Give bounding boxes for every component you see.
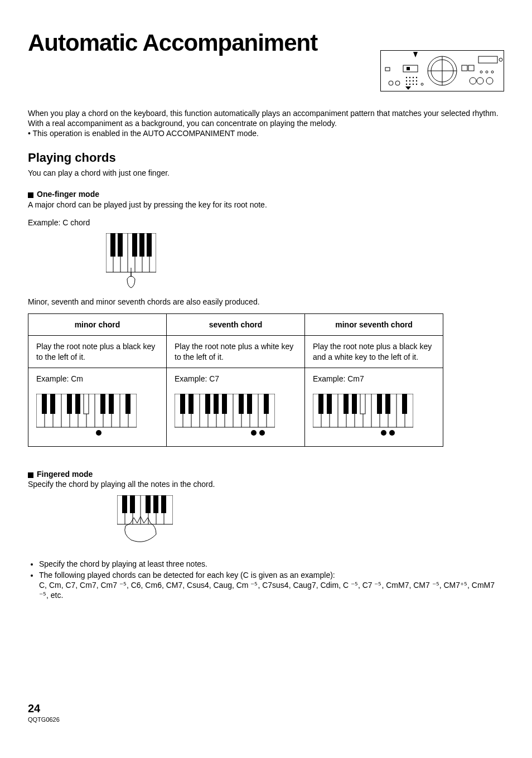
svg-rect-83 — [188, 394, 194, 414]
svg-point-21 — [409, 77, 410, 78]
svg-rect-125 — [161, 495, 166, 513]
example-label-c-chord: Example: C chord — [28, 218, 504, 228]
td-seventh-example: Example: C7 — [167, 368, 305, 446]
intro-paragraph: When you play a chord on the keyboard, t… — [28, 108, 504, 139]
svg-rect-66 — [109, 394, 114, 414]
svg-point-90 — [251, 430, 257, 436]
svg-point-28 — [406, 84, 407, 85]
svg-point-91 — [259, 430, 265, 436]
svg-rect-62 — [67, 394, 72, 414]
svg-point-29 — [409, 84, 410, 85]
svg-point-25 — [409, 80, 410, 81]
svg-rect-7 — [407, 67, 410, 70]
td-minor-desc: Play the root note plus a black key to t… — [28, 336, 167, 368]
svg-rect-111 — [402, 394, 407, 414]
svg-rect-110 — [385, 394, 390, 414]
td-seventh-desc: Play the root note plus a white key to t… — [167, 336, 305, 368]
svg-rect-122 — [130, 495, 135, 513]
svg-rect-67 — [125, 394, 130, 414]
svg-point-113 — [389, 430, 395, 436]
svg-rect-60 — [42, 394, 47, 414]
svg-rect-108 — [360, 394, 365, 414]
svg-rect-121 — [122, 495, 127, 513]
svg-rect-61 — [50, 394, 55, 414]
td-minor-seventh-example: Example: Cm7 — [305, 368, 443, 446]
svg-rect-105 — [327, 394, 332, 414]
svg-point-24 — [406, 80, 407, 81]
svg-rect-123 — [146, 495, 151, 513]
svg-rect-109 — [377, 394, 382, 414]
svg-rect-124 — [153, 495, 158, 513]
svg-rect-82 — [180, 394, 185, 414]
fingered-notes-list: Specify the chord by playing at least th… — [39, 559, 504, 601]
one-finger-mode-desc: A major chord can be played just by pres… — [28, 200, 284, 210]
page-footer: 24 QQTG0626 — [28, 701, 504, 723]
svg-point-20 — [406, 77, 407, 78]
th-seventh: seventh chord — [167, 314, 305, 336]
one-finger-mode-heading: One-finger mode — [28, 189, 504, 199]
svg-point-23 — [416, 77, 417, 78]
svg-rect-44 — [132, 233, 137, 257]
svg-rect-43 — [118, 233, 123, 257]
svg-point-69 — [96, 430, 101, 436]
document-id: QQTG0626 — [28, 716, 504, 723]
keyboard-diagram-fingered — [117, 495, 504, 548]
keyboard-diagram-c-chord — [106, 233, 504, 291]
svg-point-26 — [413, 80, 414, 81]
one-finger-tail: Minor, seventh and minor seventh chords … — [28, 297, 504, 307]
section-heading-playing-chords: Playing chords — [28, 150, 504, 166]
svg-rect-86 — [222, 394, 227, 414]
svg-rect-106 — [344, 394, 349, 414]
td-minor-example: Example: Cm — [28, 368, 167, 446]
page-number: 24 — [28, 702, 40, 714]
svg-rect-84 — [205, 394, 210, 414]
th-minor: minor chord — [28, 314, 167, 336]
svg-rect-45 — [139, 233, 144, 257]
svg-rect-85 — [214, 394, 219, 414]
svg-rect-42 — [110, 233, 115, 257]
fingered-mode-heading: Fingered mode — [28, 469, 504, 479]
svg-rect-107 — [352, 394, 357, 414]
td-minor-seventh-desc: Play the root note plus a black key and … — [305, 336, 443, 368]
svg-point-112 — [381, 430, 386, 436]
svg-point-30 — [413, 84, 414, 85]
list-item: The following played chords can be detec… — [39, 570, 504, 601]
svg-point-27 — [416, 80, 417, 81]
svg-point-22 — [413, 77, 414, 78]
svg-rect-89 — [264, 394, 269, 414]
square-bullet-icon — [28, 192, 33, 198]
svg-rect-68 — [84, 394, 89, 414]
svg-rect-104 — [318, 394, 323, 414]
svg-rect-46 — [147, 233, 152, 257]
svg-rect-65 — [100, 394, 105, 414]
svg-rect-87 — [239, 394, 244, 414]
chord-table: minor chord seventh chord minor seventh … — [28, 313, 443, 447]
page-title: Automatic Accompaniment — [28, 28, 317, 59]
list-item: Specify the chord by playing at least th… — [39, 559, 504, 569]
svg-rect-63 — [75, 394, 80, 414]
th-minor-seventh: minor seventh chord — [305, 314, 443, 336]
square-bullet-icon — [28, 472, 33, 478]
svg-point-31 — [416, 84, 417, 85]
instrument-panel-illustration — [380, 50, 504, 91]
svg-rect-88 — [247, 394, 252, 414]
fingered-mode-desc: Specify the chord by playing all the not… — [28, 479, 504, 489]
section-lead: You can play a chord with just one finge… — [28, 168, 504, 178]
